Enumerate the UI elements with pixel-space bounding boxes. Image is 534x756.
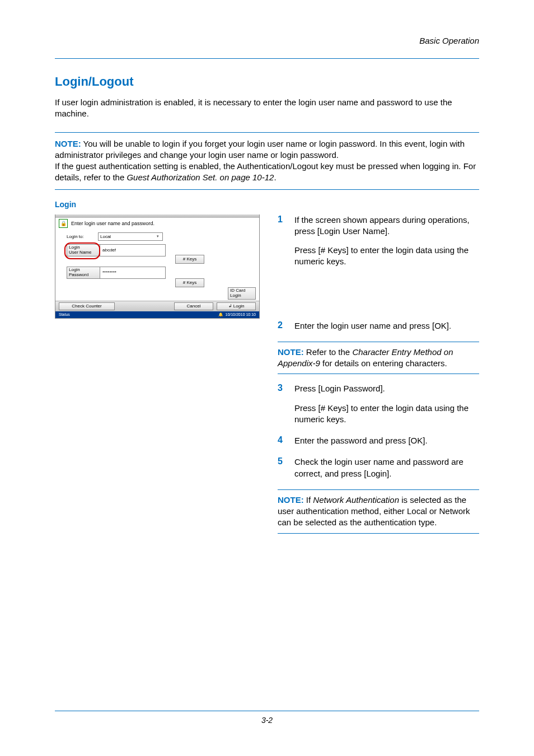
page-footer: 3-2 — [0, 711, 534, 725]
status-datetime: 10/10/2010 10:10 — [226, 312, 256, 316]
step-1-sub: Press [# Keys] to enter the login data u… — [294, 245, 479, 268]
login-username-field[interactable]: abcdef — [100, 244, 166, 256]
note-box-1: NOTE: You will be unable to login if you… — [55, 132, 479, 190]
login-username-button[interactable]: Login User Name — [67, 244, 100, 256]
note2-c: for details on entering characters. — [320, 358, 447, 368]
note2-label: NOTE: — [278, 347, 304, 357]
footer-rule — [55, 711, 479, 711]
chapter-title: Basic Operation — [419, 36, 479, 45]
step-3: 3 Press [Login Password]. Press [# Keys]… — [278, 383, 479, 425]
login-password-field[interactable]: ******** — [100, 267, 166, 279]
note3-label: NOTE: — [278, 495, 304, 505]
step-1: 1 If the screen shown appears during ope… — [278, 214, 479, 268]
login-password-button[interactable]: Login Password — [67, 267, 100, 279]
page-number: 3-2 — [0, 716, 534, 725]
status-bar: Status 🔔 10/10/2010 10:10 — [55, 311, 259, 318]
login-panel: 🔒 Enter login user name and password. Lo… — [55, 214, 260, 319]
login-subheading: Login — [55, 200, 479, 209]
panel-title: Enter login user name and password. — [71, 221, 154, 226]
note3-a: If — [304, 495, 313, 505]
note3-ref: Network Authentication — [313, 495, 399, 505]
login-button[interactable]: ↲ Login — [217, 302, 256, 310]
step-4-num: 4 — [278, 435, 294, 446]
note1-l2c: . — [274, 172, 276, 182]
login-to-select[interactable]: Local ▾ — [98, 232, 163, 241]
lock-icon: 🔒 — [59, 219, 68, 228]
step-4: 4 Enter the password and press [OK]. — [278, 435, 479, 446]
step-5: 5 Check the login user name and password… — [278, 456, 479, 479]
login-to-label: Login to: — [67, 234, 98, 239]
num-keys-button-2[interactable]: # Keys — [175, 278, 204, 287]
page-title: Login/Logout — [55, 74, 479, 89]
login-to-value: Local — [100, 234, 111, 239]
status-label: Status — [59, 312, 70, 316]
cancel-button[interactable]: Cancel — [174, 302, 213, 310]
intro-text: If user login administration is enabled,… — [55, 97, 479, 120]
num-keys-button-1[interactable]: # Keys — [175, 255, 204, 264]
chevron-down-icon: ▾ — [155, 234, 161, 239]
note-box-2: NOTE: Refer to the Character Entry Metho… — [278, 342, 479, 375]
id-card-login-button[interactable]: ID Card Login — [228, 287, 256, 300]
step-5-text: Check the login user name and password a… — [294, 456, 479, 479]
step-3-num: 3 — [278, 383, 294, 425]
note1-ref: Guest Authorization Set. on page 10-12 — [127, 172, 274, 182]
bell-icon: 🔔 — [218, 312, 223, 316]
step-3-text: Press [Login Password]. — [294, 383, 479, 394]
note-box-3: NOTE: If Network Authentication is selec… — [278, 489, 479, 534]
step-1-num: 1 — [278, 214, 294, 268]
step-2: 2 Enter the login user name and press [O… — [278, 320, 479, 332]
step-3-sub: Press [# Keys] to enter the login data u… — [294, 403, 479, 426]
note-label: NOTE: — [55, 139, 81, 148]
panel-header: 🔒 Enter login user name and password. — [55, 218, 259, 229]
check-counter-button[interactable]: Check Counter — [59, 302, 115, 310]
step-4-text: Enter the password and press [OK]. — [294, 435, 428, 446]
enter-icon: ↲ — [228, 304, 232, 309]
step-2-text: Enter the login user name and press [OK]… — [294, 320, 451, 332]
note2-a: Refer to the — [304, 347, 353, 357]
step-2-num: 2 — [278, 320, 294, 332]
note1-l1: You will be unable to login if you forge… — [55, 139, 465, 160]
step-1-text: If the screen shown appears during opera… — [294, 214, 479, 237]
panel-footer: Check Counter Cancel ↲ Login — [55, 301, 259, 311]
login-button-label: Login — [233, 304, 245, 309]
step-5-num: 5 — [278, 456, 294, 479]
header-rule — [55, 58, 479, 59]
